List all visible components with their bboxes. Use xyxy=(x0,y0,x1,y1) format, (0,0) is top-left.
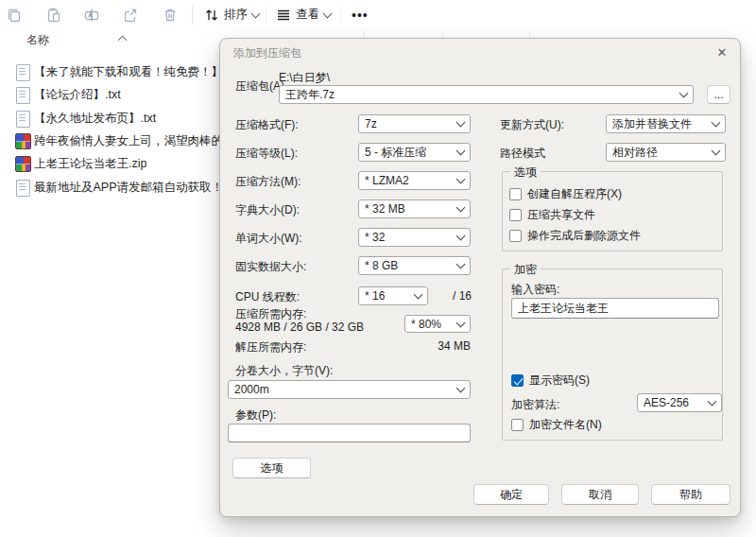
compress-shared-checkbox[interactable]: 压缩共享文件 xyxy=(509,207,595,223)
archive-file-icon xyxy=(15,133,31,149)
checkbox-label: 加密文件名(N) xyxy=(529,417,602,433)
memory-percent-select[interactable]: * 80% xyxy=(404,315,471,333)
solid-block-select[interactable]: * 8 GB xyxy=(358,256,471,275)
list-item[interactable]: 上老王论坛当老王.zip xyxy=(0,152,219,175)
text-file-icon xyxy=(16,87,30,104)
encrypt-filenames-checkbox[interactable]: 加密文件名(N) xyxy=(511,417,602,433)
volume-size-combobox[interactable]: 2000m xyxy=(228,380,471,399)
archive-name-value: 王跨年.7z xyxy=(285,87,335,103)
archive-file-icon xyxy=(15,156,31,172)
dialog-title: 添加到压缩包 xyxy=(233,45,301,61)
file-name: 【来了就能下载和观看！纯免费！】.txt xyxy=(34,64,219,80)
file-name: 上老王论坛当老王.zip xyxy=(34,156,146,172)
cpu-threads-select[interactable]: * 16 xyxy=(358,286,428,305)
chevron-down-icon xyxy=(456,175,466,184)
cpu-threads-value: * 16 xyxy=(365,289,385,303)
checkbox-label: 压缩共享文件 xyxy=(527,207,595,223)
memory-compress-detail: 4928 MB / 26 GB / 32 GB xyxy=(235,320,364,334)
copy-icon[interactable] xyxy=(6,7,23,24)
text-file-icon xyxy=(16,180,30,197)
ellipsis-icon: ••• xyxy=(352,8,369,23)
archive-name-combobox[interactable]: 王跨年.7z xyxy=(279,85,694,104)
archive-directory: E:\白日梦\ xyxy=(279,70,330,86)
volume-size-label: 分卷大小，字节(V): xyxy=(235,363,333,379)
parameters-input[interactable] xyxy=(228,424,471,442)
file-name: 【永久地址发布页】.txt xyxy=(34,111,156,127)
update-mode-select[interactable]: 添加并替换文件 xyxy=(606,114,726,133)
level-select[interactable]: 5 - 标准压缩 xyxy=(358,143,471,162)
list-item[interactable]: 最新地址及APP请发邮箱自动获取！！！.... xyxy=(0,176,219,199)
text-file-icon xyxy=(16,64,30,81)
encryption-group-title: 加密 xyxy=(510,262,541,278)
view-label: 查看 xyxy=(296,7,319,23)
format-value: 7z xyxy=(365,117,377,130)
encryption-method-select[interactable]: AES-256 xyxy=(637,393,722,412)
paste-icon[interactable] xyxy=(45,7,62,24)
checkbox-label: 显示密码(S) xyxy=(529,372,590,389)
file-name: 【论坛介绍】.txt xyxy=(34,87,121,103)
dictionary-select[interactable]: * 32 MB xyxy=(358,199,471,218)
memory-decompress-value: 34 MB xyxy=(431,339,471,353)
close-icon[interactable]: ✕ xyxy=(713,43,730,61)
chevron-down-icon xyxy=(414,290,423,300)
sort-button[interactable]: 排序 xyxy=(204,0,259,29)
chevron-down-icon xyxy=(456,384,466,393)
sort-ascending-icon xyxy=(118,36,128,45)
ok-button[interactable]: 确定 xyxy=(473,484,549,505)
password-label: 输入密码: xyxy=(511,282,559,298)
checkbox-box xyxy=(509,209,522,221)
password-input[interactable] xyxy=(511,298,719,319)
path-mode-select[interactable]: 相对路径 xyxy=(606,143,726,162)
level-value: 5 - 标准压缩 xyxy=(365,145,426,161)
archive-label: 压缩包(A) xyxy=(235,78,284,95)
method-value: * LZMA2 xyxy=(365,174,409,187)
chevron-down-icon xyxy=(708,397,717,407)
encryption-method-value: AES-256 xyxy=(644,396,689,409)
explorer-window: 排序 查看 ••• 名称 【来了就能下载和观看！纯免费！】.txt 【论坛介绍】… xyxy=(0,0,756,537)
toolbar-separator xyxy=(266,6,266,25)
list-item[interactable]: 【永久地址发布页】.txt xyxy=(0,107,219,130)
cpu-threads-label: CPU 线程数: xyxy=(235,289,300,305)
delete-after-checkbox[interactable]: 操作完成后删除源文件 xyxy=(509,228,641,244)
chevron-down-icon xyxy=(456,232,466,241)
checkbox-box xyxy=(511,419,524,431)
chevron-down-icon xyxy=(712,118,721,128)
chevron-down-icon xyxy=(251,9,261,18)
share-icon[interactable] xyxy=(122,7,139,24)
checkbox-box xyxy=(511,374,524,387)
rename-icon[interactable] xyxy=(83,7,100,24)
cancel-button[interactable]: 取消 xyxy=(561,484,639,505)
browse-button[interactable]: ... xyxy=(707,85,730,104)
chevron-down-icon xyxy=(679,89,689,98)
create-sfx-checkbox[interactable]: 创建自解压程序(X) xyxy=(509,186,622,202)
solid-block-value: * 8 GB xyxy=(365,259,398,272)
list-item[interactable]: 【来了就能下载和观看！纯免费！】.txt xyxy=(0,61,219,83)
chevron-down-icon xyxy=(456,318,466,327)
show-password-checkbox[interactable]: 显示密码(S) xyxy=(511,372,590,389)
checkbox-label: 创建自解压程序(X) xyxy=(527,186,622,202)
list-item[interactable]: 【论坛介绍】.txt xyxy=(0,83,219,106)
add-to-archive-dialog: 添加到压缩包 ✕ 压缩包(A) E:\白日梦\ 王跨年.7z ... 压缩格式(… xyxy=(219,38,741,517)
options-button[interactable]: 选项 xyxy=(232,458,311,478)
more-options-button[interactable]: ••• xyxy=(352,0,369,29)
list-item[interactable]: 跨年夜偷情人妻女上司，渴望肉棒的她疯... xyxy=(0,130,219,152)
level-label: 压缩等级(L): xyxy=(235,146,298,162)
view-lines-icon xyxy=(276,8,291,23)
checkbox-box xyxy=(509,188,522,200)
word-size-label: 单词大小(W): xyxy=(235,231,302,247)
word-size-value: * 32 xyxy=(365,231,385,244)
delete-icon[interactable] xyxy=(162,7,179,24)
parameters-label: 参数(P): xyxy=(235,407,276,424)
chevron-down-icon xyxy=(456,147,466,156)
format-select[interactable]: 7z xyxy=(358,114,471,133)
toolbar-separator xyxy=(340,6,341,25)
solid-block-label: 固实数据大小: xyxy=(235,259,306,275)
word-size-select[interactable]: * 32 xyxy=(358,228,471,247)
method-select[interactable]: * LZMA2 xyxy=(358,171,471,190)
path-mode-value: 相对路径 xyxy=(612,145,658,161)
chevron-down-icon xyxy=(456,203,466,213)
name-column-header[interactable]: 名称 xyxy=(26,32,49,48)
sort-arrows-icon xyxy=(204,8,219,23)
view-button[interactable]: 查看 xyxy=(276,0,331,29)
help-button[interactable]: 帮助 xyxy=(651,484,730,505)
